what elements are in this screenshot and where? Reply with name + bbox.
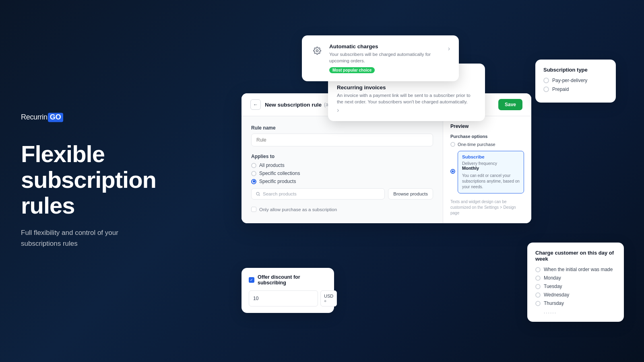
radio-monday[interactable]: Monday — [535, 275, 616, 281]
browse-products-button[interactable]: Browse products — [388, 188, 433, 200]
save-button[interactable]: Save — [498, 99, 522, 110]
preview-radio-subscribe — [450, 169, 455, 174]
radio-label-initial: When the initial order was made — [544, 267, 613, 272]
discount-header: ✓ Offer discount for subscribing — [249, 274, 327, 286]
radio-circle-thursday — [535, 301, 541, 306]
automatic-card-desc: Your subscribers will be charged automat… — [329, 51, 442, 64]
hero-subtitle: Full flexibility and control of your sub… — [21, 228, 174, 249]
recurring-card-title: Recurring invoices — [337, 84, 476, 90]
radio-label-thursday: Thursday — [544, 300, 564, 306]
subscribe-box: Subscribe Delivery frequency Monthly You… — [458, 151, 524, 193]
radio-tuesday[interactable]: Tuesday — [535, 284, 616, 289]
radio-circle-initial — [535, 267, 541, 272]
applies-section: Applies to All products Specific collect… — [251, 154, 433, 200]
card-automatic: Automatic charges Your subscribers will … — [302, 35, 459, 81]
sub-type-title: Subscription type — [543, 67, 608, 73]
card-discount: ✓ Offer discount for subscribing USD ÷ — [242, 268, 334, 313]
radio-specific-products[interactable]: Specific products — [251, 179, 433, 184]
card-charge-day: Charge customer on this day of week When… — [527, 243, 624, 322]
recurring-card-content: Recurring invoices An invoice with a pay… — [337, 84, 476, 105]
radio-initial-order[interactable]: When the initial order was made — [535, 267, 616, 272]
radio-circle-pay — [543, 78, 549, 83]
logo-text: Recurrin — [21, 113, 47, 121]
form-body: Rule name Applies to All products Specif… — [242, 116, 443, 223]
preview-radio-onetime — [450, 142, 455, 147]
search-products-input[interactable]: Search products — [251, 188, 385, 200]
radio-label-pay: Pay-per-delivery — [552, 78, 587, 83]
more-options-dots: ...... — [544, 309, 616, 315]
preview-title: Preview — [450, 123, 524, 129]
chevron-right-icon[interactable]: › — [448, 45, 450, 52]
radio-circle-collections — [251, 171, 256, 176]
radio-circle-prepaid — [543, 86, 549, 92]
svg-point-0 — [316, 50, 318, 52]
discount-checkbox[interactable]: ✓ — [249, 277, 254, 283]
radio-label-tuesday: Tuesday — [544, 284, 562, 289]
radio-specific-collections[interactable]: Specific collections — [251, 171, 433, 176]
preview-one-time[interactable]: One-time purchase — [450, 142, 524, 147]
radio-circle-monday — [535, 276, 541, 281]
preview-onetime-label: One-time purchase — [458, 142, 495, 147]
radio-thursday[interactable]: Thursday — [535, 300, 616, 306]
logo: Recurrin GO — [21, 113, 174, 122]
radio-label-monday: Monday — [544, 275, 561, 281]
radio-label-all: All products — [259, 162, 285, 168]
automatic-card-title: Automatic charges — [329, 43, 442, 49]
radio-wednesday[interactable]: Wednesday — [535, 292, 616, 298]
discount-title: Offer discount for subscribing — [258, 274, 327, 286]
preview-subscribe[interactable]: Subscribe Delivery frequency Monthly You… — [450, 149, 524, 193]
subscribe-note: You can edit or cancel your subscription… — [462, 173, 520, 190]
radio-circle-products — [251, 179, 256, 184]
cards-area: Automatic charges Your subscribers will … — [242, 0, 644, 362]
applies-label: Applies to — [251, 154, 433, 159]
search-icon — [256, 191, 260, 196]
left-content: Recurrin GO Flexible subscription rules … — [21, 113, 174, 249]
radio-prepaid[interactable]: Prepaid — [543, 86, 608, 92]
radio-label-products: Specific products — [259, 179, 296, 184]
charge-day-title: Charge customer on this day of week — [535, 250, 616, 262]
delivery-freq-value: Monthly — [462, 166, 520, 171]
radio-circle-all — [251, 163, 256, 168]
purchase-options-label: Purchase options — [450, 134, 524, 139]
rule-name-label: Rule name — [251, 125, 433, 131]
rule-name-input[interactable] — [251, 134, 433, 146]
discount-currency-select[interactable]: USD ÷ — [320, 290, 337, 306]
gear-icon — [311, 44, 324, 57]
preview-section: Preview Purchase options One-time purcha… — [443, 116, 531, 223]
back-button[interactable]: ← — [250, 99, 261, 110]
currency-label: USD ÷ — [324, 294, 333, 303]
only-subscription-row[interactable]: Only allow purchase as a subscription — [251, 207, 433, 212]
subscribe-box-label: Subscribe — [462, 154, 520, 159]
checkmark-icon: ✓ — [250, 278, 253, 282]
radio-label-wednesday: Wednesday — [544, 292, 569, 298]
form-title: New subscription rule — [265, 102, 322, 108]
popular-badge: Most popular choice — [329, 67, 375, 73]
only-subscription-label: Only allow purchase as a subscription — [259, 207, 337, 212]
search-row: Search products Browse products — [251, 188, 433, 200]
delivery-freq-label: Delivery frequency — [462, 161, 520, 166]
radio-circle-wednesday — [535, 292, 541, 298]
recurring-card-desc: An invoice with a payment link will be s… — [337, 92, 476, 105]
search-placeholder: Search products — [263, 191, 297, 196]
radio-label-collections: Specific collections — [259, 171, 300, 176]
svg-point-5 — [256, 192, 259, 195]
logo-go: GO — [48, 113, 63, 122]
radio-label-prepaid: Prepaid — [552, 86, 569, 92]
radio-circle-tuesday — [535, 284, 541, 289]
discount-input-row: USD ÷ — [249, 290, 327, 306]
radio-pay-per-delivery[interactable]: Pay-per-delivery — [543, 78, 608, 83]
radio-all-products[interactable]: All products — [251, 162, 433, 168]
hero-title: Flexible subscription rules — [21, 141, 174, 218]
only-subscription-checkbox[interactable] — [251, 207, 256, 212]
customize-note: Texts and widget design can be customize… — [450, 199, 524, 216]
card-subscription-type: Subscription type Pay-per-delivery Prepa… — [535, 60, 616, 103]
automatic-card-content: Automatic charges Your subscribers will … — [329, 43, 442, 73]
recurring-chevron-icon[interactable]: › — [337, 107, 476, 114]
discount-value-input[interactable] — [249, 290, 318, 306]
